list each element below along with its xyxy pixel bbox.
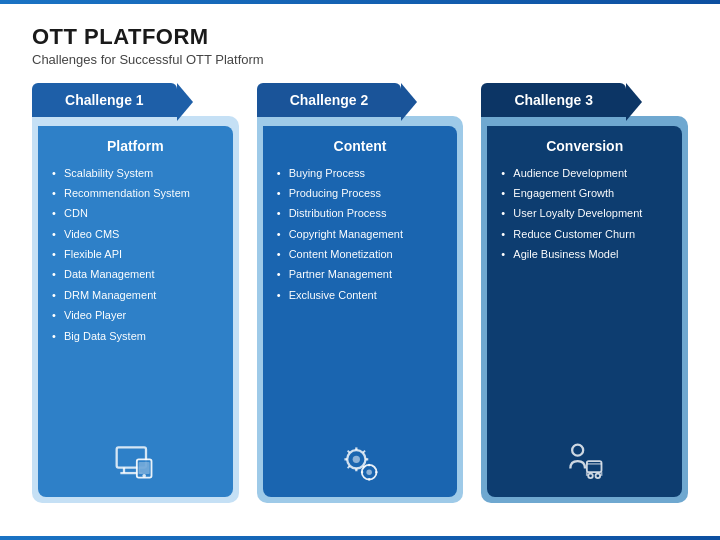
list-item: •Copyright Management — [275, 224, 446, 244]
list-bullet: • — [52, 186, 56, 201]
list-item: •Video Player — [50, 306, 221, 326]
list-bullet: • — [501, 227, 505, 242]
list-item: •Distribution Process — [275, 204, 446, 224]
list-item-text: Audience Development — [513, 167, 627, 179]
list-bullet: • — [501, 186, 505, 201]
inner-card-2: Content•Buying Process•Producing Process… — [263, 126, 458, 497]
svg-point-6 — [143, 474, 147, 478]
card-title-3: Conversion — [499, 138, 670, 154]
list-item: •DRM Management — [50, 285, 221, 305]
list-bullet: • — [277, 186, 281, 201]
list-bullet: • — [501, 206, 505, 221]
column-1: Challenge 1Platform•Scalability System•R… — [32, 83, 239, 503]
challenge-label-3: Challenge 3 — [514, 92, 593, 108]
card-list-3: •Audience Development•Engagement Growth•… — [499, 163, 670, 435]
list-item-text: Recommendation System — [64, 187, 190, 199]
list-item-text: Data Management — [64, 268, 155, 280]
list-item: •Partner Management — [275, 265, 446, 285]
list-item: •Video CMS — [50, 224, 221, 244]
svg-line-16 — [348, 466, 350, 468]
list-item-text: Exclusive Content — [289, 289, 377, 301]
card-icon-1 — [113, 441, 157, 489]
list-item: •Buying Process — [275, 163, 446, 183]
list-item-text: Scalability System — [64, 167, 153, 179]
list-bullet: • — [52, 247, 56, 262]
outer-panel-2: Content•Buying Process•Producing Process… — [257, 116, 464, 503]
card-title-1: Platform — [50, 138, 221, 154]
list-bullet: • — [277, 227, 281, 242]
list-item: •User Loyalty Development — [499, 204, 670, 224]
list-item: •Big Data System — [50, 326, 221, 346]
list-item-text: Distribution Process — [289, 207, 387, 219]
challenge-label-2: Challenge 2 — [290, 92, 369, 108]
list-item-text: Content Monetization — [289, 248, 393, 260]
column-2: Challenge 2Content•Buying Process•Produc… — [257, 83, 464, 503]
list-item: •Exclusive Content — [275, 285, 446, 305]
list-item-text: Reduce Customer Churn — [513, 228, 635, 240]
list-item: •Recommendation System — [50, 183, 221, 203]
challenge-tab-1: Challenge 1 — [32, 83, 177, 117]
list-item: •Engagement Growth — [499, 183, 670, 203]
svg-point-8 — [353, 456, 360, 463]
icon-area-3 — [499, 441, 670, 489]
list-item: •Producing Process — [275, 183, 446, 203]
card-list-1: •Scalability System•Recommendation Syste… — [50, 163, 221, 435]
list-item-text: Big Data System — [64, 330, 146, 342]
list-bullet: • — [52, 267, 56, 282]
card-icon-3 — [563, 441, 607, 489]
svg-rect-24 — [587, 461, 602, 472]
list-bullet: • — [277, 206, 281, 221]
card-icon-2 — [338, 441, 382, 489]
outer-panel-3: Conversion•Audience Development•Engageme… — [481, 116, 688, 503]
list-item-text: CDN — [64, 207, 88, 219]
outer-panel-1: Platform•Scalability System•Recommendati… — [32, 116, 239, 503]
list-item: •Data Management — [50, 265, 221, 285]
list-item-text: Video Player — [64, 309, 126, 321]
list-bullet: • — [277, 247, 281, 262]
svg-line-15 — [363, 451, 365, 453]
list-bullet: • — [52, 206, 56, 221]
columns-container: Challenge 1Platform•Scalability System•R… — [32, 83, 688, 503]
challenge-tab-arrow-2 — [401, 83, 417, 121]
page-subtitle: Challenges for Successful OTT Platform — [32, 52, 688, 67]
list-item-text: Video CMS — [64, 228, 119, 240]
list-item-text: User Loyalty Development — [513, 207, 642, 219]
list-bullet: • — [277, 267, 281, 282]
card-list-2: •Buying Process•Producing Process•Distri… — [275, 163, 446, 435]
list-item-text: Engagement Growth — [513, 187, 614, 199]
icon-area-2 — [275, 441, 446, 489]
challenge-tab-3: Challenge 3 — [481, 83, 626, 117]
list-bullet: • — [52, 329, 56, 344]
list-bullet: • — [501, 166, 505, 181]
list-bullet: • — [277, 166, 281, 181]
inner-card-1: Platform•Scalability System•Recommendati… — [38, 126, 233, 497]
list-item-text: Producing Process — [289, 187, 381, 199]
list-item-text: DRM Management — [64, 289, 156, 301]
list-item: •CDN — [50, 204, 221, 224]
list-bullet: • — [52, 227, 56, 242]
page-title: OTT PLATFORM — [32, 24, 688, 50]
svg-point-23 — [572, 445, 583, 456]
list-item: •Reduce Customer Churn — [499, 224, 670, 244]
list-bullet: • — [52, 288, 56, 303]
challenge-tab-arrow-3 — [626, 83, 642, 121]
challenge-label-1: Challenge 1 — [65, 92, 144, 108]
column-3: Challenge 3Conversion•Audience Developme… — [481, 83, 688, 503]
list-bullet: • — [52, 166, 56, 181]
list-item: •Scalability System — [50, 163, 221, 183]
list-item: •Content Monetization — [275, 245, 446, 265]
challenge-tab-arrow-1 — [177, 83, 193, 121]
list-item: •Agile Business Model — [499, 245, 670, 265]
list-item: •Audience Development — [499, 163, 670, 183]
inner-card-3: Conversion•Audience Development•Engageme… — [487, 126, 682, 497]
list-bullet: • — [52, 308, 56, 323]
list-item-text: Copyright Management — [289, 228, 403, 240]
svg-point-26 — [595, 474, 600, 479]
list-bullet: • — [277, 288, 281, 303]
slide: OTT PLATFORM Challenges for Successful O… — [0, 0, 720, 540]
svg-point-25 — [588, 474, 593, 479]
challenge-tab-2: Challenge 2 — [257, 83, 402, 117]
svg-rect-5 — [139, 462, 150, 474]
list-item-text: Partner Management — [289, 268, 392, 280]
svg-point-18 — [366, 469, 372, 475]
